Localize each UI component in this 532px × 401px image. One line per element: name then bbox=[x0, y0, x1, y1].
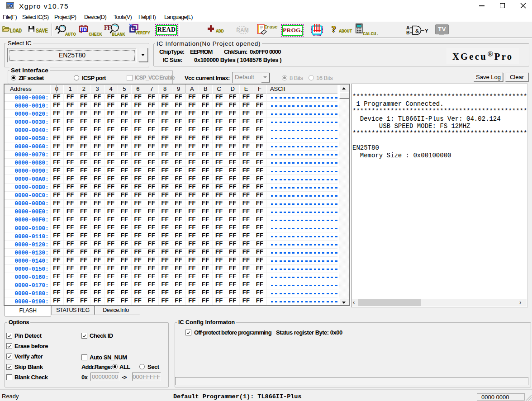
svg-text:&: & bbox=[415, 28, 419, 33]
svg-text:B: B bbox=[406, 30, 410, 35]
svg-text:ID: ID bbox=[81, 26, 87, 33]
svg-text:Y: Y bbox=[425, 28, 428, 33]
svg-text:RAM: RAM bbox=[236, 27, 248, 33]
